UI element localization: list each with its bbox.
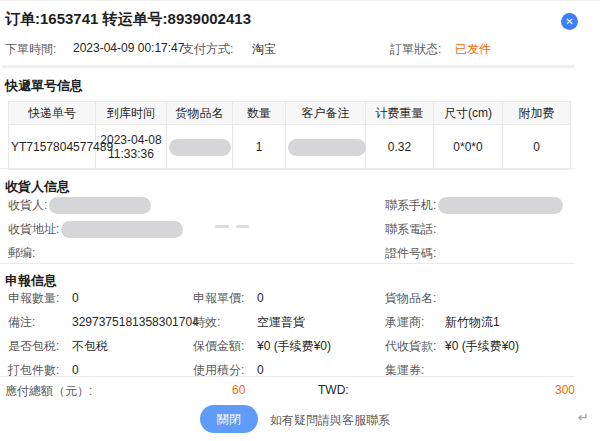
table-header-row: 快递单号 到库时间 货物品名 数量 客户备注 计费重量 尺寸(cm) 附加费 xyxy=(9,102,571,125)
payment-method-label: 支付方式: xyxy=(182,41,233,58)
declare-info-grid: 申報數量: 0 申報單價: 0 貨物品名: 備注: 32973751813583… xyxy=(8,286,588,382)
order-status-label: 訂單狀态: xyxy=(390,41,441,58)
total-amount-cny: 60 xyxy=(232,383,245,397)
close-icon[interactable]: ✕ xyxy=(561,13,578,30)
col-tracking-no: 快递单号 xyxy=(9,102,96,125)
totals-row: 應付總額（元）: 60 TWD: 300 xyxy=(0,383,600,399)
section-title-express: 快遞單号信息 xyxy=(5,77,83,95)
field-contact-phone: 聯系電話: xyxy=(385,221,588,238)
redacted-fragment xyxy=(215,225,229,228)
col-arrival-time: 到库时间 xyxy=(96,102,167,125)
cell-goods-name xyxy=(167,125,233,170)
cell-billable-weight: 0.32 xyxy=(366,125,434,170)
col-customer-remark: 客户备注 xyxy=(286,102,366,125)
field-carrier: 承運商: 新竹物流1 xyxy=(385,314,588,331)
field-insured-amount: 保價金額: ¥0 (手续费¥0) xyxy=(193,338,385,355)
field-postcode: 郵编: xyxy=(8,245,385,262)
close-button[interactable]: 關閉 xyxy=(200,405,258,433)
field-declare-unit-price: 申報單價: 0 xyxy=(193,290,385,307)
col-surcharge: 附加费 xyxy=(503,102,571,125)
total-amount-label: 應付總額（元）: xyxy=(5,383,92,400)
col-size: 尺寸(cm) xyxy=(434,102,503,125)
order-time-label: 下單時間: xyxy=(5,41,56,58)
field-cod-amount: 代收貨款: ¥0 (手续费¥0) xyxy=(385,338,588,355)
field-goods-name: 貨物品名: xyxy=(385,290,588,307)
order-status-badge: 已发件 xyxy=(455,41,491,58)
divider xyxy=(2,65,575,68)
field-tax-included: 是否包税: 不包税 xyxy=(8,338,193,355)
cell-tracking-no: YT7157804577489 xyxy=(9,125,96,170)
cell-surcharge: 0 xyxy=(503,125,571,170)
redacted-receiver-address xyxy=(61,221,183,238)
order-detail-modal: 订单:1653741 转运单号:8939002413 ✕ 下單時間: 2023-… xyxy=(0,0,600,441)
table-row: YT7157804577489 2023-04-08 11:33:36 1 0.… xyxy=(9,125,571,170)
divider xyxy=(0,376,575,377)
field-declare-quantity: 申報數量: 0 xyxy=(8,290,193,307)
twd-label: TWD: xyxy=(318,383,349,397)
page-title: 订单:1653741 转运单号:8939002413 xyxy=(5,10,251,29)
total-amount-twd: 300 xyxy=(540,383,575,397)
cell-quantity: 1 xyxy=(233,125,286,170)
col-quantity: 数量 xyxy=(233,102,286,125)
redacted-contact-mobile xyxy=(438,197,563,214)
redacted-fragment xyxy=(236,225,249,228)
col-billable-weight: 计费重量 xyxy=(366,102,434,125)
divider xyxy=(0,263,575,264)
return-arrow-icon: ↵ xyxy=(578,410,589,425)
redacted-goods-name xyxy=(169,139,231,156)
redacted-receiver-name xyxy=(49,197,151,214)
payment-method-value: 淘宝 xyxy=(252,41,276,58)
redacted-customer-remark xyxy=(288,139,366,156)
col-goods-name: 货物品名 xyxy=(167,102,233,125)
order-meta-row: 下單時間: 2023-04-09 00:17:47 支付方式: 淘宝 訂單狀态:… xyxy=(0,41,600,57)
cell-size: 0*0*0 xyxy=(434,125,503,170)
order-time-value: 2023-04-09 00:17:47 xyxy=(73,41,184,55)
cell-customer-remark xyxy=(286,125,366,170)
field-delivery-speed: 時效: 空運普貨 xyxy=(193,314,385,331)
divider xyxy=(0,168,575,169)
field-remark: 備注: 3297375181358301704 xyxy=(8,314,193,331)
field-receiver-name: 收貨人: xyxy=(8,197,385,214)
field-contact-mobile: 聯系手机: xyxy=(385,197,588,214)
support-hint-text: 如有疑問請與客服聯系 xyxy=(270,412,390,429)
field-receiver-address: 收貨地址: xyxy=(8,221,385,238)
field-id-number: 證件号碼: xyxy=(385,245,588,262)
express-table: 快递单号 到库时间 货物品名 数量 客户备注 计费重量 尺寸(cm) 附加费 Y… xyxy=(8,101,571,170)
receiver-info-grid: 收貨人: 聯系手机: 收貨地址: 聯系電話: 郵编: 證件号碼: xyxy=(8,193,588,265)
